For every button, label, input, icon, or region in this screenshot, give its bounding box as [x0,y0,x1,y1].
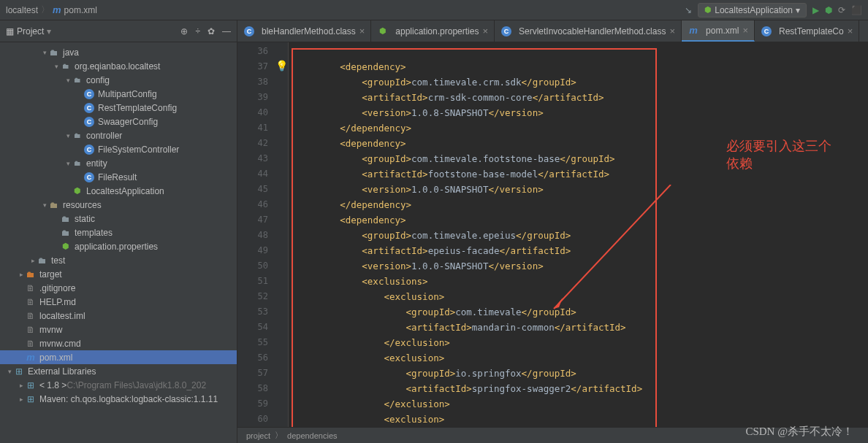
breadcrumb-root[interactable]: localtest [6,5,38,15]
tree-item[interactable]: ▸🖿target [0,267,237,281]
tree-arrow-icon[interactable]: ▾ [41,201,48,209]
tree-arrow-icon[interactable]: ▾ [64,132,72,139]
project-icon: ▦ [6,26,14,36]
editor-tab[interactable]: CRestTemplateCo× [755,20,859,42]
tree-item[interactable]: ▾🖿entity [0,156,237,170]
coverage-icon[interactable]: ⟳ [838,5,845,15]
tree-item[interactable]: ▸🖿test [0,253,237,267]
tree-item[interactable]: ▾🖿resources [0,198,237,212]
tree-item[interactable]: 🗎.gitignore [0,281,237,295]
code-content[interactable]: <dependency> <groupId>com.timevale.crm.s… [289,42,868,427]
tab-label: RestTemplateCo [779,26,844,36]
tree-item[interactable]: mpom.xml [0,350,237,364]
tree-arrow-icon[interactable]: ▸ [18,396,25,403]
toolbar-actions: ↘ ⬢ LocaltestApplication ▾ ▶ ⬢ ⟳ ⬛ [685,3,862,18]
code-line: <groupId>io.springfox</groupId> [296,366,868,381]
editor-tab[interactable]: CbleHandlerMethod.class× [237,20,371,42]
close-icon[interactable]: × [742,25,748,36]
tree-arrow-icon[interactable]: ▾ [64,77,72,84]
tree-item[interactable]: ⬢application.properties [0,239,237,253]
line-number: 59 [237,396,268,412]
tree-item[interactable]: 🗎mvnw [0,323,237,336]
tree-arrow-icon[interactable]: ▸ [29,257,37,264]
tree-item[interactable]: CMultipartConfig [0,87,237,101]
breadcrumb-dependencies[interactable]: dependencies [287,431,338,440]
select-opened-icon[interactable]: ⊕ [180,26,188,36]
close-icon[interactable]: × [669,26,675,36]
collapse-icon[interactable]: ÷ [195,26,200,36]
build-icon[interactable]: ↘ [685,5,692,15]
code-line: </dependency> [296,197,868,212]
tree-item[interactable]: 🖿static [0,212,237,226]
tree-arrow-icon[interactable]: ▸ [18,382,25,389]
close-icon[interactable]: × [482,26,488,36]
tree-label: static [75,214,95,224]
tree-label: target [39,269,62,280]
close-icon[interactable]: × [848,26,853,36]
line-number: 39 [237,90,268,105]
tree-item[interactable]: CFileSystemController [0,142,237,156]
line-number: 55 [237,335,268,350]
tree-arrow-icon[interactable]: ▾ [64,160,72,167]
editor-tab[interactable]: mpom.xml× [682,20,755,42]
tree-item[interactable]: ▾🖿org.eqianbao.localtest [0,59,237,73]
tree-label: FileResult [98,172,137,182]
tree-item[interactable]: CFileResult [0,170,237,184]
tree-arrow-icon[interactable]: ▾ [53,63,60,70]
tree-item[interactable]: ▾🖿java [0,45,237,59]
gear-icon[interactable]: ✿ [208,26,215,36]
debug-icon[interactable]: ⬢ [825,5,832,15]
line-number: 50 [237,258,268,274]
line-number: 41 [237,120,268,136]
tree-label: config [86,75,110,85]
close-icon[interactable]: × [359,26,365,36]
tree-item[interactable]: 🗎HELP.md [0,295,237,309]
editor-body: 3637383940414243444546474849505152535455… [237,42,868,427]
code-line: <version>1.0.0-SNAPSHOT</version> [296,182,868,197]
run-config-selector[interactable]: ⬢ LocaltestApplication ▾ [698,3,807,18]
line-number: 43 [237,151,268,166]
tree-arrow-icon[interactable]: ▾ [6,368,13,375]
tree-label: application.properties [75,242,158,252]
breadcrumb-project[interactable]: project [246,431,270,440]
tree-arrow-icon[interactable]: ▾ [41,49,48,56]
breadcrumb-file[interactable]: pom.xml [64,5,97,15]
tree-item[interactable]: ▸⊞< 1.8 > C:\Program Files\Java\jdk1.8.0… [0,378,237,392]
line-number: 37 [237,59,268,74]
tree-item[interactable]: 🗎localtest.iml [0,309,237,323]
tree-label: localtest.iml [39,311,85,321]
tree-item[interactable]: ▾⊞External Libraries [0,364,237,378]
editor-tab[interactable]: ⬢application.properties× [371,20,495,42]
tree-label: MultipartConfig [98,89,157,99]
editor-area: CbleHandlerMethod.class×⬢application.pro… [237,20,868,443]
stop-icon[interactable]: ⬛ [851,5,862,15]
project-tree[interactable]: ▾🖿java▾🖿org.eqianbao.localtest▾🖿configCM… [0,42,237,443]
tree-item[interactable]: CSwaagerConfig [0,115,237,128]
tree-item[interactable]: 🗎mvnw.cmd [0,336,237,350]
tree-item[interactable]: 🖿templates [0,226,237,239]
project-title[interactable]: Project [17,26,44,36]
line-number: 54 [237,320,268,335]
code-line: <groupId>com.timevale</groupId> [296,304,868,320]
tree-item[interactable]: ▾🖿config [0,73,237,87]
tree-arrow-icon[interactable]: ▸ [18,271,25,278]
tree-item[interactable]: ⬢LocaltestApplication [0,184,237,198]
hide-icon[interactable]: — [222,26,231,36]
run-icon[interactable]: ▶ [812,5,819,15]
intention-bulb-icon[interactable]: 💡 [275,60,288,72]
tree-item[interactable]: CRestTemplateConfig [0,101,237,115]
line-gutter: 3637383940414243444546474849505152535455… [237,42,274,427]
chevron-down-icon[interactable]: ▾ [47,26,51,36]
tree-item[interactable]: ▸⊞Maven: ch.qos.logback:logback-classic:… [0,392,237,406]
tree-label: Maven: ch.qos.logback:logback-classic:1.… [39,394,218,404]
editor-tab[interactable]: CServletInvocableHandlerMethod.class× [495,20,682,42]
line-number: 46 [237,197,268,212]
line-number: 45 [237,182,268,197]
tree-label: org.eqianbao.localtest [75,61,160,72]
line-number: 36 [237,44,268,59]
separator-icon: 〉 [41,4,50,16]
code-line: </dependency> [296,120,868,136]
tree-label: .gitignore [39,283,75,293]
tree-item[interactable]: ▾🖿controller [0,128,237,142]
line-number: 42 [237,136,268,151]
